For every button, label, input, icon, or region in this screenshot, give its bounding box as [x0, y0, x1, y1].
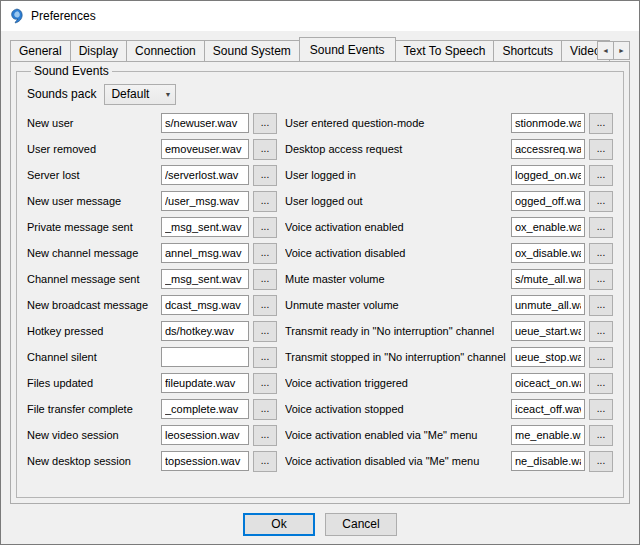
browse-button[interactable]: ...: [253, 243, 277, 264]
sound-file-input[interactable]: [511, 165, 585, 185]
sound-file-input[interactable]: [161, 139, 249, 159]
tab-sound-system[interactable]: Sound System: [204, 40, 300, 61]
browse-button[interactable]: ...: [253, 191, 277, 212]
browse-button[interactable]: ...: [253, 373, 277, 394]
browse-button[interactable]: ...: [253, 295, 277, 316]
sounds-pack-value: Default: [111, 87, 149, 101]
group-title: Sound Events: [31, 64, 112, 78]
sound-file-input[interactable]: [511, 425, 585, 445]
sound-file-input[interactable]: [161, 451, 249, 471]
sound-event-row: Transmit ready in "No interruption" chan…: [285, 318, 613, 344]
sound-event-label: Hotkey pressed: [27, 325, 157, 337]
sound-file-input[interactable]: [161, 425, 249, 445]
browse-button[interactable]: ...: [589, 139, 613, 160]
sound-event-label: Channel message sent: [27, 273, 157, 285]
browse-button[interactable]: ...: [589, 451, 613, 472]
sound-event-row: User logged out...: [285, 188, 613, 214]
browse-button[interactable]: ...: [253, 217, 277, 238]
sounds-pack-row: Sounds pack Default ▼: [27, 80, 613, 108]
sound-file-input[interactable]: [161, 347, 249, 367]
tab-sound-events[interactable]: Sound Events: [299, 37, 396, 61]
sound-file-input[interactable]: [161, 321, 249, 341]
tab-scroll-left-button[interactable]: ◄: [597, 41, 614, 60]
sound-event-row: New desktop session...: [27, 448, 277, 474]
sound-file-input[interactable]: [161, 269, 249, 289]
browse-button[interactable]: ...: [253, 347, 277, 368]
browse-button[interactable]: ...: [589, 373, 613, 394]
ok-button[interactable]: Ok: [243, 513, 315, 536]
sound-file-input[interactable]: [161, 191, 249, 211]
sound-file-input[interactable]: [511, 399, 585, 419]
sound-event-row: New channel message...: [27, 240, 277, 266]
browse-button[interactable]: ...: [253, 113, 277, 134]
sound-event-row: User removed...: [27, 136, 277, 162]
sound-event-row: Voice activation enabled...: [285, 214, 613, 240]
browse-button[interactable]: ...: [253, 321, 277, 342]
browse-button[interactable]: ...: [589, 191, 613, 212]
sound-file-input[interactable]: [511, 373, 585, 393]
tab-shortcuts[interactable]: Shortcuts: [493, 40, 562, 61]
sound-event-label: Unmute master volume: [285, 299, 507, 311]
browse-button[interactable]: ...: [253, 399, 277, 420]
tab-general[interactable]: General: [10, 40, 71, 61]
sound-file-input[interactable]: [161, 399, 249, 419]
sound-event-label: New channel message: [27, 247, 157, 259]
browse-button[interactable]: ...: [589, 347, 613, 368]
sound-file-input[interactable]: [511, 321, 585, 341]
sound-file-input[interactable]: [511, 451, 585, 471]
sounds-pack-select[interactable]: Default ▼: [104, 84, 176, 105]
sound-file-input[interactable]: [161, 373, 249, 393]
sound-events-group: Sound Events Sounds pack Default ▼ New u…: [16, 64, 624, 498]
right-column: User entered question-mode...Desktop acc…: [285, 110, 613, 474]
sound-file-input[interactable]: [161, 113, 249, 133]
browse-button[interactable]: ...: [253, 451, 277, 472]
tab-bar: GeneralDisplayConnectionSound SystemSoun…: [10, 39, 630, 61]
sound-event-label: Transmit stopped in "No interruption" ch…: [285, 351, 507, 363]
sound-file-input[interactable]: [511, 269, 585, 289]
browse-button[interactable]: ...: [589, 269, 613, 290]
sound-event-label: New user: [27, 117, 157, 129]
browse-button[interactable]: ...: [253, 165, 277, 186]
titlebar: Preferences: [1, 1, 639, 31]
browse-button[interactable]: ...: [589, 425, 613, 446]
browse-button[interactable]: ...: [589, 399, 613, 420]
sound-file-input[interactable]: [511, 243, 585, 263]
sound-file-input[interactable]: [161, 217, 249, 237]
sound-event-label: New user message: [27, 195, 157, 207]
sound-file-input[interactable]: [511, 347, 585, 367]
sound-event-label: Voice activation enabled via "Me" menu: [285, 429, 507, 441]
sound-event-label: Channel silent: [27, 351, 157, 363]
sound-file-input[interactable]: [511, 113, 585, 133]
sound-file-input[interactable]: [161, 295, 249, 315]
tab-display[interactable]: Display: [70, 40, 127, 61]
browse-button[interactable]: ...: [589, 295, 613, 316]
browse-button[interactable]: ...: [253, 269, 277, 290]
preferences-window: Preferences GeneralDisplayConnectionSoun…: [0, 0, 640, 545]
browse-button[interactable]: ...: [589, 113, 613, 134]
browse-button[interactable]: ...: [253, 139, 277, 160]
browse-button[interactable]: ...: [589, 243, 613, 264]
tab-scroll-right-button[interactable]: ►: [613, 41, 630, 60]
sound-event-label: Transmit ready in "No interruption" chan…: [285, 325, 507, 337]
sound-file-input[interactable]: [511, 295, 585, 315]
sound-file-input[interactable]: [161, 165, 249, 185]
sound-file-input[interactable]: [511, 217, 585, 237]
tab-scroll-buttons: ◄ ►: [598, 41, 630, 60]
sound-event-label: Voice activation triggered: [285, 377, 507, 389]
sound-file-input[interactable]: [511, 191, 585, 211]
sound-event-label: New video session: [27, 429, 157, 441]
sound-event-row: User entered question-mode...: [285, 110, 613, 136]
sound-file-input[interactable]: [161, 243, 249, 263]
sound-event-row: Desktop access request...: [285, 136, 613, 162]
browse-button[interactable]: ...: [589, 217, 613, 238]
browse-button[interactable]: ...: [589, 165, 613, 186]
sound-event-row: Voice activation enabled via "Me" menu..…: [285, 422, 613, 448]
sound-file-input[interactable]: [511, 139, 585, 159]
browse-button[interactable]: ...: [253, 425, 277, 446]
browse-button[interactable]: ...: [589, 321, 613, 342]
cancel-button[interactable]: Cancel: [325, 513, 397, 536]
sound-event-row: Files updated...: [27, 370, 277, 396]
tab-connection[interactable]: Connection: [126, 40, 205, 61]
tab-text-to-speech[interactable]: Text To Speech: [395, 40, 495, 61]
sound-event-label: Desktop access request: [285, 143, 507, 155]
